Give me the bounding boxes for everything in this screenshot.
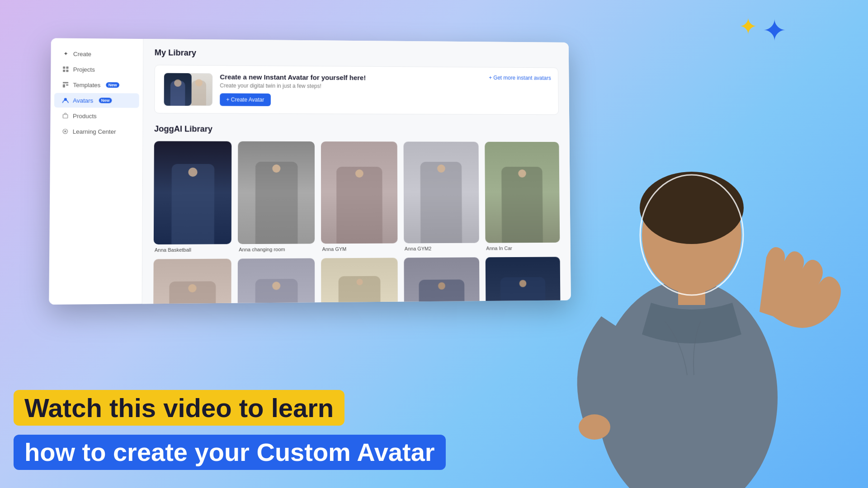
avatar-thumb-6 xyxy=(153,258,231,304)
svg-rect-1 xyxy=(66,66,68,69)
avatar-thumb-inner-3 xyxy=(321,141,397,244)
sidebar-label-create: Create xyxy=(73,50,91,57)
star-icon-blue: ✦ xyxy=(762,14,787,47)
caption-line2: how to create your Custom Avatar xyxy=(14,435,446,470)
svg-point-13 xyxy=(640,172,744,244)
svg-rect-5 xyxy=(63,84,65,87)
sidebar-item-templates[interactable]: Templates New xyxy=(54,77,139,92)
avatar-thumb-7 xyxy=(238,258,315,304)
avatar-thumb-8 xyxy=(321,258,398,304)
avatar-thumb-inner-8 xyxy=(321,258,398,304)
learning-icon xyxy=(61,128,69,135)
avatar-grid: Anna Basketball Anna changing room xyxy=(153,141,561,304)
joggai-library-title: JoggAI Library xyxy=(154,124,559,135)
avatar-thumb-2 xyxy=(238,141,315,244)
main-content: My Library Create a new Instant Avatar f… xyxy=(142,39,571,304)
avatar-item-6[interactable]: Anna In Car Phone xyxy=(153,258,231,304)
sidebar-item-projects[interactable]: Projects xyxy=(54,62,139,77)
avatar-item-8[interactable]: Anna Yoga Room xyxy=(321,258,398,304)
avatar-thumb-inner-2 xyxy=(238,141,315,244)
avatar-label-4: Anna GYM2 xyxy=(404,245,479,251)
svg-rect-6 xyxy=(66,84,68,86)
avatar-thumb-3 xyxy=(321,141,397,244)
sidebar-item-learning[interactable]: Learning Center xyxy=(54,124,139,139)
avatar-item-2[interactable]: Anna changing room xyxy=(238,141,315,252)
browser-window: ✦ Create Projects Tem xyxy=(49,38,571,305)
svg-rect-3 xyxy=(66,70,68,72)
avatar-item-1[interactable]: Anna Basketball xyxy=(154,141,232,252)
projects-icon xyxy=(62,66,70,73)
avatar-thumb-inner-9 xyxy=(404,257,480,304)
sidebar-item-create[interactable]: ✦ Create xyxy=(55,47,140,62)
avatar-card-dark xyxy=(164,73,192,106)
create-icon: ✦ xyxy=(62,50,70,57)
avatar-thumb-1 xyxy=(154,141,232,244)
avatar-item-7[interactable]: Anna On the treadmill xyxy=(238,258,315,304)
star-icon-yellow: ✦ xyxy=(739,14,758,47)
sidebar-label-learning: Learning Center xyxy=(73,128,116,135)
svg-rect-0 xyxy=(63,66,65,69)
banner-text: Create a new Instant Avatar for yourself… xyxy=(220,73,366,106)
templates-icon xyxy=(62,81,70,88)
sidebar-item-products[interactable]: Products xyxy=(54,108,139,123)
avatar-thumb-inner-7 xyxy=(238,258,315,304)
avatar-thumb-inner-4 xyxy=(403,141,479,243)
sidebar-item-avatars[interactable]: Avatars New xyxy=(54,93,139,108)
bottom-caption-area: Watch this video to learn how to create … xyxy=(0,380,868,488)
sidebar-label-avatars: Avatars xyxy=(73,97,93,103)
svg-point-10 xyxy=(64,131,66,132)
templates-badge: New xyxy=(106,82,119,88)
banner-subtext: Create your digital twin in just a few s… xyxy=(220,82,366,89)
products-icon xyxy=(61,112,69,119)
sidebar: ✦ Create Projects Tem xyxy=(49,38,143,305)
sidebar-label-templates: Templates xyxy=(73,81,100,88)
caption-line1: Watch this video to learn xyxy=(14,390,344,426)
avatars-badge: New xyxy=(99,98,112,103)
avatar-preview-cards xyxy=(164,73,213,106)
avatar-item-9[interactable]: Charles Bedrooms xyxy=(404,257,480,304)
my-library-banner: Create a new Instant Avatar for yourself… xyxy=(154,65,559,115)
star-decorations: ✦ ✦ xyxy=(739,14,787,47)
svg-rect-8 xyxy=(63,114,67,118)
avatar-label-3: Anna GYM xyxy=(321,246,398,252)
avatars-icon xyxy=(61,97,69,104)
banner-heading: Create a new Instant Avatar for yourself… xyxy=(220,73,366,81)
my-library-title: My Library xyxy=(155,48,558,61)
create-avatar-button[interactable]: + Create Avatar xyxy=(220,93,270,106)
avatar-thumb-inner-6 xyxy=(153,258,231,304)
sidebar-label-products: Products xyxy=(73,113,97,119)
avatar-thumb-9 xyxy=(404,257,480,304)
avatar-thumb-inner-1 xyxy=(154,141,232,244)
svg-rect-4 xyxy=(63,82,68,83)
sidebar-label-projects: Projects xyxy=(73,66,95,73)
avatar-thumb-4 xyxy=(403,141,479,243)
avatar-item-3[interactable]: Anna GYM xyxy=(321,141,397,252)
avatar-item-4[interactable]: Anna GYM2 xyxy=(403,141,479,251)
svg-rect-2 xyxy=(63,70,65,72)
get-more-avatars-link[interactable]: + Get more instant avatars xyxy=(489,75,551,81)
avatar-label-2: Anna changing room xyxy=(238,246,315,252)
avatar-label-1: Anna Basketball xyxy=(154,247,231,253)
joggai-library-section: JoggAI Library Anna Basketball xyxy=(153,124,561,304)
